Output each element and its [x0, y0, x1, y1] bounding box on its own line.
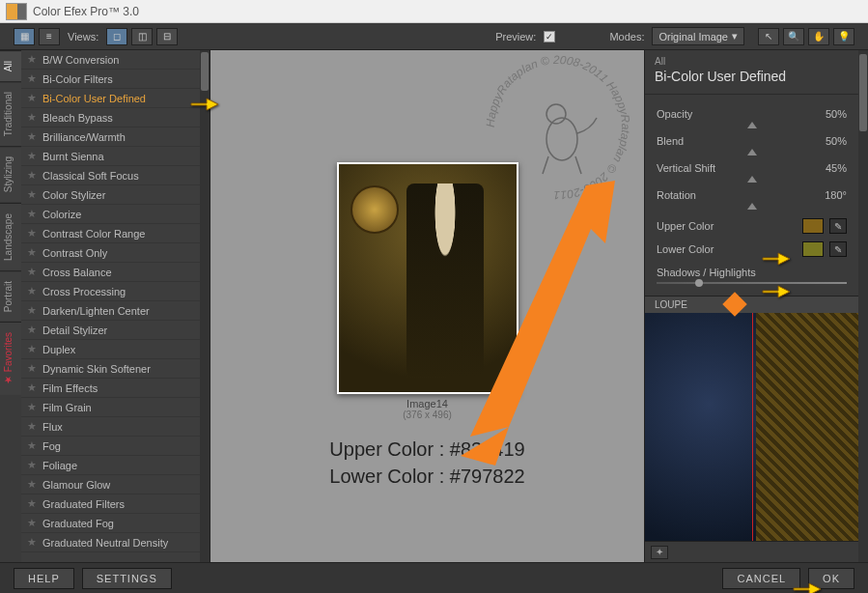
upper-color-label: Upper Color: [657, 220, 714, 232]
thumb-mode-icon[interactable]: ▦: [14, 28, 35, 45]
filter-label: Classical Soft Focus: [42, 170, 139, 182]
star-icon: ★: [27, 381, 37, 394]
filter-label: Bi-Color User Defined: [42, 93, 146, 104]
shadows-highlights-label: Shadows / Highlights: [657, 267, 847, 278]
filter-item[interactable]: ★Bi-Color User Defined: [21, 89, 210, 108]
modes-dropdown[interactable]: Original Image ▾: [652, 27, 744, 45]
filter-item[interactable]: ★Contrast Only: [21, 243, 210, 263]
filter-label: Graduated Fog: [42, 518, 114, 529]
star-icon: ★: [27, 227, 37, 240]
panel-scroll-thumb[interactable]: [859, 54, 867, 131]
filter-item[interactable]: ★Duplex: [21, 340, 210, 359]
filter-item[interactable]: ★Glamour Glow: [21, 475, 210, 494]
zoom-icon[interactable]: 🔍: [783, 28, 804, 45]
star-icon: ★: [27, 478, 37, 491]
view-split-h-icon[interactable]: ⊟: [156, 28, 178, 45]
slider-track[interactable]: [657, 147, 847, 156]
filter-item[interactable]: ★Colorize: [21, 205, 210, 224]
image-name: Image14: [406, 398, 448, 409]
tab-favorites[interactable]: ★ Favorites: [0, 322, 21, 395]
panel-scrollbar[interactable]: [858, 50, 868, 562]
filter-item[interactable]: ★Detail Stylizer: [21, 321, 210, 340]
star-icon: ★: [27, 343, 37, 355]
brand-logo: [6, 3, 27, 20]
ok-button[interactable]: OK: [808, 568, 854, 589]
lower-color-swatch[interactable]: [802, 241, 824, 257]
help-button[interactable]: HELP: [14, 568, 74, 589]
view-split-v-icon[interactable]: ◫: [131, 28, 153, 45]
shadows-slider[interactable]: [657, 282, 847, 284]
filter-item[interactable]: ★Cross Balance: [21, 263, 210, 282]
slider-value: 50%: [826, 135, 847, 147]
filter-label: Film Effects: [42, 382, 98, 394]
preview-checkbox[interactable]: ✓: [544, 31, 555, 42]
star-icon: ★: [27, 304, 37, 317]
star-icon: ★: [27, 150, 37, 162]
upper-color-annotation: Upper Color : #836419: [329, 436, 524, 463]
upper-color-swatch[interactable]: [802, 218, 824, 234]
filter-item[interactable]: ★Graduated Fog: [21, 514, 210, 533]
filter-label: Cross Balance: [42, 267, 112, 278]
filter-label: Contrast Only: [42, 247, 107, 259]
filter-item[interactable]: ★Dynamic Skin Softener: [21, 359, 210, 379]
filter-item[interactable]: ★Burnt Sienna: [21, 147, 210, 166]
filter-item[interactable]: ★Graduated Filters: [21, 494, 210, 514]
slider-track[interactable]: [657, 174, 847, 184]
filter-scrollbar[interactable]: [200, 50, 210, 562]
upper-color-eyedropper-icon[interactable]: ✎: [829, 218, 847, 234]
loupe-view[interactable]: [645, 313, 858, 541]
controls-panel: All Bi-Color User Defined Opacity50%Blen…: [644, 50, 858, 562]
filter-item[interactable]: ★Film Grain: [21, 398, 210, 417]
tab-portrait[interactable]: Portrait: [0, 270, 21, 322]
filter-item[interactable]: ★Darken/Lighten Center: [21, 301, 210, 321]
star-icon: ★: [27, 266, 37, 278]
filter-item[interactable]: ★Film Effects: [21, 379, 210, 398]
filter-item[interactable]: ★Flux: [21, 417, 210, 437]
list-mode-icon[interactable]: ≡: [39, 28, 60, 45]
filter-item[interactable]: ★Cross Processing: [21, 282, 210, 301]
tab-traditional[interactable]: Traditional: [0, 81, 21, 146]
filter-scroll-thumb[interactable]: [201, 52, 209, 91]
slider-track[interactable]: [657, 201, 847, 211]
tips-icon[interactable]: 💡: [833, 28, 854, 45]
cancel-button[interactable]: CANCEL: [722, 568, 800, 589]
filter-label: B/W Conversion: [42, 54, 119, 66]
slider-handle-icon[interactable]: [747, 176, 757, 183]
filter-item[interactable]: ★Fog: [21, 437, 210, 456]
slider-value: 45%: [826, 162, 847, 174]
settings-button[interactable]: SETTINGS: [82, 568, 172, 589]
filter-label: Burnt Sienna: [42, 151, 104, 162]
slider-value: 180°: [825, 189, 847, 201]
slider-track[interactable]: [657, 120, 847, 129]
filter-label: Graduated Neutral Density: [42, 537, 168, 549]
filter-item[interactable]: ★Bi-Color Filters: [21, 70, 210, 89]
slider-handle-icon[interactable]: [747, 149, 757, 155]
annotation-text: Upper Color : #836419 Lower Color : #797…: [329, 436, 524, 490]
filter-item[interactable]: ★Classical Soft Focus: [21, 166, 210, 185]
pointer-icon[interactable]: ↖: [758, 28, 779, 45]
filter-item[interactable]: ★Graduated Neutral Density: [21, 533, 210, 552]
tab-all[interactable]: All: [0, 50, 21, 81]
filter-list[interactable]: ★B/W Conversion★Bi-Color Filters★Bi-Colo…: [21, 50, 210, 562]
filter-item[interactable]: ★Contrast Color Range: [21, 224, 210, 243]
filter-label: Film Grain: [42, 402, 92, 413]
loupe-header: LOUPE: [645, 296, 858, 313]
filter-item[interactable]: ★Bleach Bypass: [21, 108, 210, 127]
pan-icon[interactable]: ✋: [808, 28, 829, 45]
filter-item[interactable]: ★B/W Conversion: [21, 50, 210, 70]
slider-value: 50%: [826, 108, 847, 120]
slider-handle-icon[interactable]: [747, 122, 757, 128]
slider-handle-icon[interactable]: [747, 203, 757, 210]
pin-icon[interactable]: ✦: [651, 546, 668, 559]
star-icon: ★: [27, 420, 37, 433]
filter-label: Contrast Color Range: [42, 228, 145, 240]
star-icon: ★: [27, 285, 37, 297]
filter-item[interactable]: ★Brilliance/Warmth: [21, 127, 210, 147]
tab-stylizing[interactable]: Stylizing: [0, 146, 21, 202]
panel-crumb: All: [655, 56, 849, 67]
tab-landscape[interactable]: Landscape: [0, 203, 21, 270]
view-single-icon[interactable]: ◻: [106, 28, 127, 45]
filter-item[interactable]: ★Foliage: [21, 456, 210, 475]
lower-color-eyedropper-icon[interactable]: ✎: [829, 241, 847, 257]
filter-item[interactable]: ★Color Stylizer: [21, 185, 210, 205]
